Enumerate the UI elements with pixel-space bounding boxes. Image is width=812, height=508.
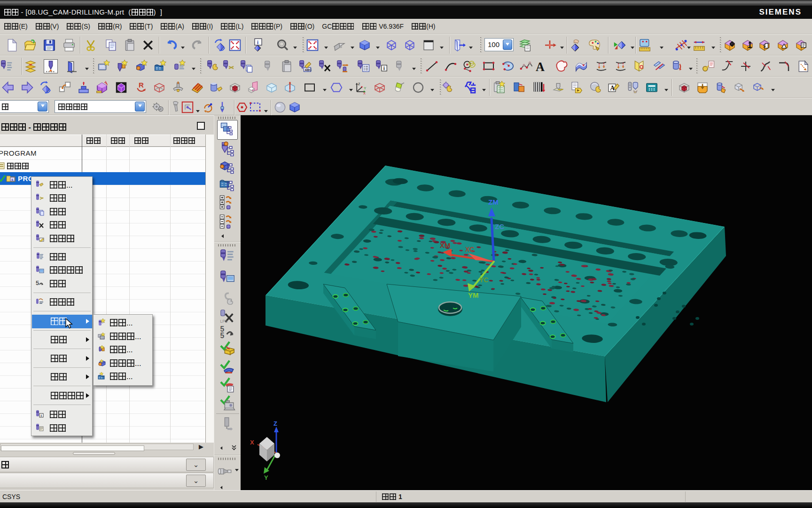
- svg-text:ZC: ZC: [495, 222, 504, 230]
- svg-text:5: 5: [220, 332, 224, 340]
- svg-text:X: X: [250, 439, 254, 446]
- svg-text:i: i: [41, 413, 42, 418]
- svg-text:5: 5: [36, 279, 39, 286]
- svg-text:LPS: LPS: [220, 319, 227, 324]
- svg-text:A: A: [536, 60, 545, 73]
- svg-text:ZM: ZM: [488, 198, 499, 206]
- svg-text:XC: XC: [465, 246, 474, 253]
- svg-text:i: i: [257, 40, 258, 45]
- svg-text:i: i: [383, 65, 385, 71]
- svg-text:Z: Z: [358, 82, 360, 86]
- svg-text:Y: Y: [264, 474, 268, 481]
- svg-text:YC: YC: [479, 276, 488, 284]
- svg-text:XM: XM: [440, 241, 451, 249]
- svg-text:X: X: [363, 91, 366, 95]
- svg-text:s: s: [11, 177, 14, 182]
- svg-text:YM: YM: [468, 291, 479, 299]
- svg-text:Z: Z: [273, 420, 277, 427]
- svg-text:R: R: [139, 81, 144, 89]
- svg-text:Y: Y: [364, 86, 366, 90]
- svg-text:ABC: ABC: [304, 68, 312, 71]
